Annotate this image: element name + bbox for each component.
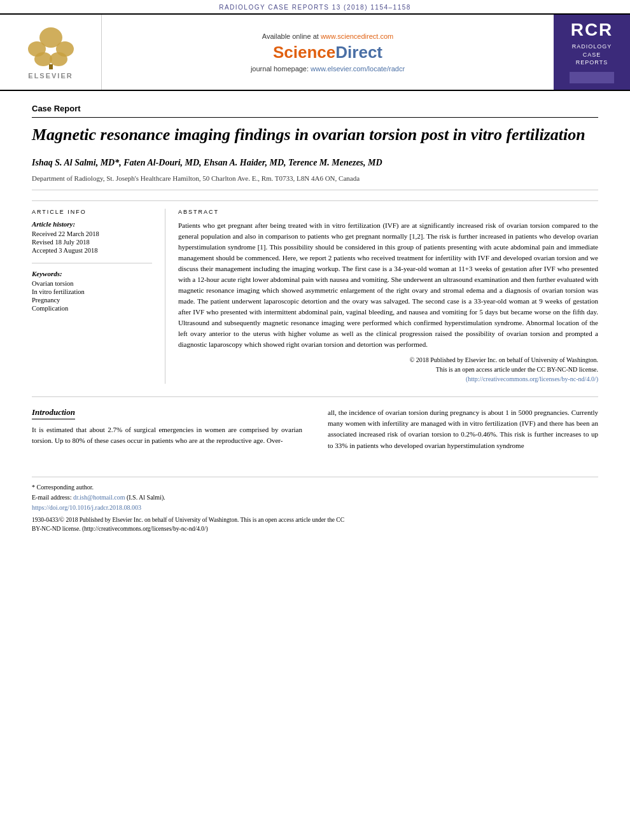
- section-divider: [32, 396, 598, 397]
- homepage-url-link[interactable]: www.elsevier.com/locate/radcr: [311, 65, 405, 73]
- article-info-abstract-row: Article Info Article history: Received 2…: [32, 200, 598, 384]
- keyword-1: Ovarian torsion: [32, 280, 152, 287]
- keyword-4: Complication: [32, 305, 152, 312]
- article-info-section-label: Article Info: [32, 209, 152, 215]
- journal-title-text: Radiology Case Reports 13 (2018) 1154–11…: [219, 4, 411, 11]
- introduction-section: Introduction It is estimated that about …: [32, 407, 598, 451]
- abstract-section-label: Abstract: [178, 209, 598, 215]
- intro-section-title: Introduction: [32, 407, 75, 419]
- corresponding-author-line: * Corresponding author.: [32, 482, 598, 493]
- intro-right-text: all, the incidence of ovarian torsion du…: [328, 407, 598, 451]
- available-online-text: Available online at www.sciencedirect.co…: [262, 32, 393, 40]
- email-line: E-mail address: dr.ish@hotmail.com (I.S.…: [32, 493, 598, 503]
- copyright-line: © 2018 Published by Elsevier Inc. on beh…: [178, 355, 598, 365]
- intro-right-col: all, the incidence of ovarian torsion du…: [315, 407, 598, 451]
- license-line-1: 1930-0433/© 2018 Published by Elsevier I…: [32, 515, 598, 524]
- open-access-line: This is an open access article under the…: [178, 365, 598, 374]
- keywords-section: Keywords: Ovarian torsion In vitro ferti…: [32, 263, 152, 312]
- intro-left-text: It is estimated that about 2.7% of surgi…: [32, 424, 302, 446]
- doi-line: https://doi.org/10.1016/j.radcr.2018.08.…: [32, 503, 598, 513]
- copyright-block: © 2018 Published by Elsevier Inc. on beh…: [178, 355, 598, 384]
- rcr-letters: RCR: [571, 21, 613, 39]
- footnote-divider: [32, 477, 598, 477]
- abstract-text: Patients who get pregnant after being tr…: [178, 220, 598, 351]
- svg-rect-5: [49, 64, 53, 69]
- journal-header: Radiology Case Reports 13 (2018) 1154–11…: [0, 0, 630, 15]
- license-url-link[interactable]: (http://creativecommons.org/licenses/by-…: [466, 375, 598, 382]
- accepted-date: Accepted 3 August 2018: [32, 247, 152, 254]
- direct-part: Direct: [335, 43, 382, 62]
- case-report-label: Case Report: [32, 104, 598, 118]
- sciencedirect-brand: ScienceDirect: [273, 43, 382, 62]
- sciencedirect-url-link[interactable]: www.sciencedirect.com: [321, 32, 393, 40]
- article-info-panel: Article Info Article history: Received 2…: [32, 209, 165, 384]
- rcr-bottom-bar: [570, 72, 614, 83]
- footnote-section: * Corresponding author. E-mail address: …: [0, 482, 630, 544]
- intro-left-col: Introduction It is estimated that about …: [32, 407, 315, 451]
- email-link[interactable]: dr.ish@hotmail.com: [73, 494, 127, 501]
- keyword-3: Pregnancy: [32, 297, 152, 304]
- elsevier-text: ELSEVIER: [28, 72, 73, 80]
- email-label: E-mail address:: [32, 494, 71, 501]
- svg-point-3: [34, 52, 52, 66]
- authors: Ishaq S. Al Salmi, MD*, Faten Al-Douri, …: [32, 156, 598, 169]
- rcr-logo: RCR Radiology Case Reports: [554, 15, 630, 90]
- elsevier-tree-icon: [25, 25, 76, 69]
- affiliation: Department of Radiology, St. Joseph's He…: [32, 174, 598, 190]
- article-history-label: Article history:: [32, 220, 152, 228]
- center-info: Available online at www.sciencedirect.co…: [102, 15, 554, 90]
- corresponding-author-text: * Corresponding author.: [32, 484, 94, 491]
- svg-point-4: [50, 52, 67, 66]
- rcr-subtitle: Radiology Case Reports: [572, 43, 612, 67]
- abstract-panel: Abstract Patients who get pregnant after…: [165, 209, 598, 384]
- license-url-line: (http://creativecommons.org/licenses/by-…: [178, 374, 598, 384]
- keyword-2: In vitro fertilization: [32, 288, 152, 295]
- revised-date: Revised 18 July 2018: [32, 239, 152, 246]
- elsevier-logo: ELSEVIER: [0, 15, 102, 90]
- license-footer-text: 1930-0433/© 2018 Published by Elsevier I…: [32, 515, 598, 534]
- journal-homepage: journal homepage: www.elsevier.com/locat…: [251, 65, 405, 73]
- doi-link[interactable]: https://doi.org/10.1016/j.radcr.2018.08.…: [32, 504, 141, 511]
- article-title: Magnetic resonance imaging findings in o…: [32, 124, 598, 146]
- science-part: Science: [273, 43, 335, 62]
- keywords-label: Keywords:: [32, 270, 152, 277]
- license-line-2: BY-NC-ND license. (http://creativecommon…: [32, 524, 598, 533]
- received-date: Received 22 March 2018: [32, 230, 152, 237]
- top-row: ELSEVIER Available online at www.science…: [0, 15, 630, 91]
- main-content: Case Report Magnetic resonance imaging f…: [0, 91, 630, 464]
- email-suffix: (I.S. Al Salmi).: [127, 494, 165, 501]
